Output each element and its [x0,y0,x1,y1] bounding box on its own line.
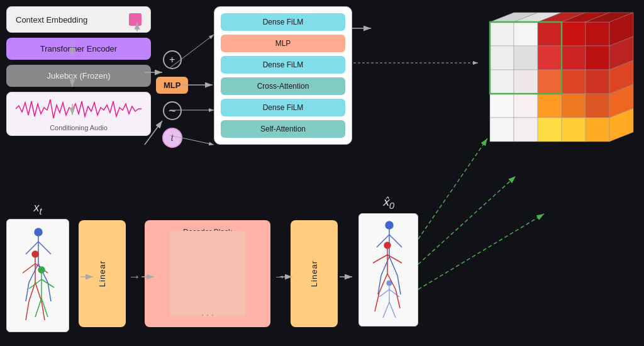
svg-line-70 [35,282,42,301]
svg-line-97 [379,289,389,297]
svg-rect-36 [490,94,514,118]
svg-rect-33 [538,70,562,94]
decoder-block-section: Decoder Block · · · [145,220,270,327]
svg-rect-38 [538,94,562,118]
xt-label: xt [6,201,69,216]
svg-line-71 [26,301,29,320]
svg-rect-45 [586,118,609,142]
svg-rect-22 [514,22,538,46]
decoder-block-inner [170,231,245,316]
context-embedding-label: Context Embedding [16,15,87,25]
svg-point-95 [387,281,392,286]
arrow-to-linear2: → [274,269,286,284]
svg-line-90 [387,255,402,263]
svg-rect-43 [538,118,562,142]
svg-rect-27 [514,46,538,70]
jukebox-label: Jukebox (Frozen) [47,71,110,81]
arrow-to-x0: → [340,269,353,284]
plus-operator: + [163,50,182,69]
svg-line-67 [23,264,35,273]
xt-pose-svg [7,220,69,330]
jukebox-block: Jukebox (Frozen) [6,65,151,87]
svg-rect-44 [562,118,586,142]
dense-film-mid: Dense FiLM [221,56,345,74]
svg-rect-24 [562,22,586,46]
svg-line-94 [396,289,400,308]
svg-rect-32 [514,70,538,94]
svg-line-98 [389,289,399,297]
svg-line-60 [38,242,51,254]
svg-rect-40 [586,94,609,118]
x0-section: x̂0 [358,195,418,326]
decoder-panel: Dense FiLM MLP Dense FiLM Cross-Attentio… [214,6,352,145]
svg-line-18 [418,214,544,289]
svg-line-77 [35,298,42,317]
left-panel: Context Embedding Transformer Encoder Ju… [6,6,151,141]
xt-pose-box [6,219,69,332]
arrow-to-decoder: → [128,269,141,284]
svg-point-87 [384,242,391,248]
grid-front-face [490,22,609,142]
linear2-label: Linear [309,260,319,287]
svg-line-63 [26,282,29,301]
context-pink-indicator [129,13,142,26]
svg-rect-42 [514,118,538,142]
svg-rect-23 [538,22,562,46]
time-t-circle: t [162,128,182,148]
grid-top-face [490,13,633,22]
svg-rect-29 [562,46,586,70]
self-attention-block: Self-Attention [221,120,345,138]
svg-line-91 [379,274,387,293]
svg-rect-26 [490,46,514,70]
svg-rect-41 [490,118,514,142]
svg-line-100 [389,302,396,318]
svg-rect-21 [490,22,514,46]
svg-rect-28 [538,46,562,70]
svg-rect-30 [586,46,609,70]
dense-film-bot: Dense FiLM [221,99,345,116]
svg-point-79 [386,221,393,229]
svg-line-99 [383,302,389,318]
linear1-box: Linear [79,220,126,327]
tilde-operator: ~ [163,101,182,120]
svg-rect-35 [586,70,609,94]
svg-point-57 [35,228,42,236]
svg-line-86 [397,276,401,294]
svg-rect-31 [490,70,514,94]
mlp-section: + MLP ~ t [156,50,188,148]
x0-label: x̂0 [358,195,418,211]
waveform-svg [11,96,147,121]
linear1-section: Linear [79,220,126,327]
svg-line-83 [381,257,389,276]
svg-rect-37 [514,94,538,118]
dots-label: · · · [201,310,213,320]
linear2-section: Linear [291,220,338,327]
svg-line-89 [373,255,387,263]
svg-rect-34 [562,70,586,94]
linear2-box: Linear [291,220,338,327]
svg-line-61 [29,264,38,282]
svg-line-82 [389,235,402,247]
transformer-encoder-block: Transformer Encoder [6,38,151,60]
transformer-encoder-label: Transformer Encoder [40,44,117,53]
mlp-box: MLP [156,77,188,94]
svg-rect-39 [562,94,586,118]
audio-block: Conditioning Audio [6,92,151,136]
3d-grid [477,9,635,173]
dense-film-top: Dense FiLM [221,13,345,31]
svg-point-65 [32,251,38,257]
grid-right-face [609,13,633,142]
conditioning-audio-label: Conditioning Audio [50,124,108,131]
linear1-label: Linear [97,260,107,287]
xt-section: xt [6,201,69,332]
mlp-inner-block: MLP [221,35,345,52]
main-canvas: Context Embedding Transformer Encoder Ju… [0,0,644,346]
svg-line-76 [42,279,54,287]
grid-svg [477,9,635,173]
context-embedding-block: Context Embedding [6,6,151,33]
x0-pose-box [358,213,418,326]
svg-point-73 [38,267,45,273]
cross-attention-block: Cross-Attention [221,77,345,95]
svg-rect-25 [586,22,609,46]
x0-pose-svg [359,214,418,324]
